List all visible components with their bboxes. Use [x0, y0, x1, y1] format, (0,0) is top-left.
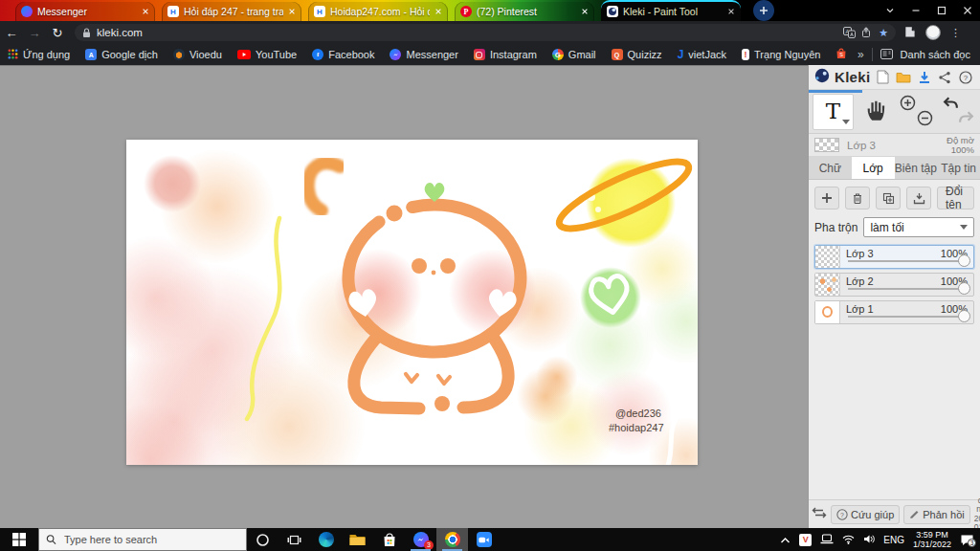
bookmark-label: Messenger — [406, 49, 457, 60]
language-indicator[interactable]: ENG — [883, 535, 904, 545]
blend-value: làm tối — [870, 221, 903, 234]
tab-close-icon[interactable] — [727, 8, 735, 15]
action-center-icon[interactable]: 3 — [960, 534, 974, 546]
undo-button[interactable] — [943, 96, 959, 110]
browser-menu-icon[interactable]: ⋮ — [950, 27, 961, 39]
tab-kleki-active[interactable]: Kleki - Paint Tool — [601, 0, 741, 21]
layer-row-2[interactable]: Lớp 2 100% — [814, 273, 974, 297]
reading-list-icon[interactable] — [880, 46, 893, 63]
share-button[interactable] — [937, 71, 954, 84]
messenger-app-icon[interactable]: 3 — [405, 528, 436, 551]
add-layer-button[interactable] — [814, 187, 839, 209]
layer-row-1[interactable]: Lớp 1 100% — [814, 300, 974, 324]
wifi-icon[interactable] — [842, 531, 855, 548]
laptop-tray-icon[interactable] — [820, 531, 834, 548]
bookmark-facebook[interactable]: f Facebook — [312, 49, 374, 60]
opacity-slider-knob[interactable] — [958, 282, 970, 295]
reading-list-label[interactable]: Danh sách đọc — [901, 49, 970, 60]
share-icon[interactable] — [861, 27, 873, 38]
bookmark-messenger[interactable]: Messenger — [390, 49, 457, 60]
opacity-slider-track[interactable] — [848, 288, 960, 290]
taskbar-clock[interactable]: 3:59 PM 1/31/2022 — [913, 530, 951, 550]
cortana-button[interactable] — [247, 528, 278, 551]
bookmarks-overflow-chevron[interactable]: » — [858, 48, 864, 61]
bookmark-star-icon[interactable]: ★ — [879, 27, 888, 39]
tab-hoidap247-2[interactable]: H Hoidap247.com - Hỏi đáp online — [308, 2, 448, 21]
maximize-button[interactable] — [937, 2, 947, 19]
opacity-slider-knob[interactable] — [958, 310, 970, 322]
bookmark-vioedu[interactable]: Vioedu — [173, 49, 222, 60]
text-tool-button[interactable]: T — [813, 94, 854, 130]
feedback-chip[interactable]: Phản hồi — [903, 505, 969, 524]
opacity-slider-knob[interactable] — [958, 254, 970, 267]
search-input[interactable] — [62, 533, 239, 546]
kleki-sidebar: Kleki ? T — [808, 65, 980, 528]
bookmark-trangnguyen[interactable]: ! Trạng Nguyên — [742, 49, 820, 60]
minimize-button[interactable] — [911, 2, 921, 19]
zoom-app-icon[interactable] — [468, 528, 500, 551]
close-window-button[interactable] — [963, 2, 972, 19]
back-button[interactable]: ← — [0, 26, 23, 40]
zoom-out-button[interactable] — [917, 110, 933, 126]
tab-lop[interactable]: Lớp — [852, 157, 895, 179]
volume-icon[interactable] — [863, 531, 875, 548]
task-view-button[interactable] — [278, 528, 310, 551]
start-button[interactable] — [0, 528, 38, 551]
file-explorer-icon[interactable] — [342, 528, 373, 551]
save-download-button[interactable] — [916, 71, 933, 84]
tab-close-icon[interactable] — [288, 8, 296, 15]
show-hidden-icons-chevron[interactable] — [780, 531, 791, 548]
microsoft-store-icon[interactable] — [373, 528, 405, 551]
bookmark-quizizz[interactable]: Q Quizizz — [612, 49, 662, 60]
extensions-puzzle-icon[interactable] — [903, 24, 916, 41]
tab-close-icon[interactable] — [434, 8, 442, 15]
delete-layer-button[interactable] — [845, 187, 870, 209]
new-image-button[interactable] — [874, 70, 891, 84]
tab-pinterest[interactable]: P (72) Pinterest — [455, 2, 594, 21]
blend-mode-select[interactable]: làm tối — [863, 217, 974, 237]
tab-search-chevron-icon[interactable] — [885, 2, 895, 19]
tab-messenger[interactable]: Messenger — [15, 2, 155, 21]
tab-close-icon[interactable] — [581, 8, 589, 15]
vlc-tray-icon[interactable]: V — [799, 534, 812, 546]
new-tab-button[interactable] — [753, 0, 774, 21]
address-bar[interactable]: kleki.com A ★ — [75, 24, 896, 41]
forward-button[interactable]: → — [23, 26, 46, 40]
help-button[interactable]: ? — [957, 71, 974, 84]
lock-icon[interactable] — [82, 28, 91, 38]
open-file-button[interactable] — [895, 71, 912, 83]
bookmark-vietjack[interactable]: J vietJack — [678, 48, 726, 61]
merge-layer-button[interactable] — [906, 187, 931, 209]
taskbar-search-box[interactable] — [38, 528, 247, 551]
layer-row-3[interactable]: Lớp 3 100% — [814, 245, 974, 269]
rename-layer-button[interactable]: Đổi tên — [937, 187, 974, 209]
tab-tap-tin[interactable]: Tập tin — [937, 157, 980, 179]
hand-tool-button[interactable] — [863, 96, 888, 127]
zoom-controls — [898, 93, 935, 131]
chrome-app-icon[interactable] — [436, 528, 468, 551]
translate-icon[interactable]: A — [843, 27, 856, 38]
paint-canvas[interactable]: @ded236 #hoidap247 — [126, 140, 698, 465]
help-chip[interactable]: ? Cứu giúp — [831, 505, 900, 524]
tab-chu[interactable]: Chữ — [809, 157, 852, 179]
tab-bien-tap[interactable]: Biên tập — [895, 157, 938, 179]
active-layer-thumbnail[interactable] — [814, 138, 839, 152]
reload-button[interactable]: ↻ — [46, 26, 69, 40]
duplicate-layer-button[interactable] — [876, 187, 901, 209]
active-tool-accent — [809, 90, 862, 93]
bookmark-youtube[interactable]: YouTube — [237, 46, 297, 63]
bookmark-apps[interactable]: Ứng dụng — [8, 46, 70, 63]
opacity-slider-track[interactable] — [848, 316, 960, 318]
profile-avatar[interactable] — [925, 25, 941, 40]
zoom-in-button[interactable] — [900, 95, 916, 111]
swap-arrows-icon[interactable] — [812, 506, 827, 522]
bookmark-google-translate[interactable]: A Google dịch — [85, 49, 158, 60]
bookmark-gmail[interactable]: G Gmail — [552, 49, 596, 60]
tool-dropdown-chevron-icon[interactable] — [842, 120, 850, 124]
bookmark-instagram[interactable]: Instagram — [474, 49, 537, 60]
edge-icon[interactable] — [310, 528, 342, 551]
tab-close-icon[interactable] — [142, 8, 149, 15]
tab-hoidap247-1[interactable]: H Hỏi đáp 247 - trang tra loi — [162, 2, 301, 21]
redo-button[interactable] — [958, 110, 974, 124]
opacity-slider-track[interactable] — [848, 260, 960, 262]
